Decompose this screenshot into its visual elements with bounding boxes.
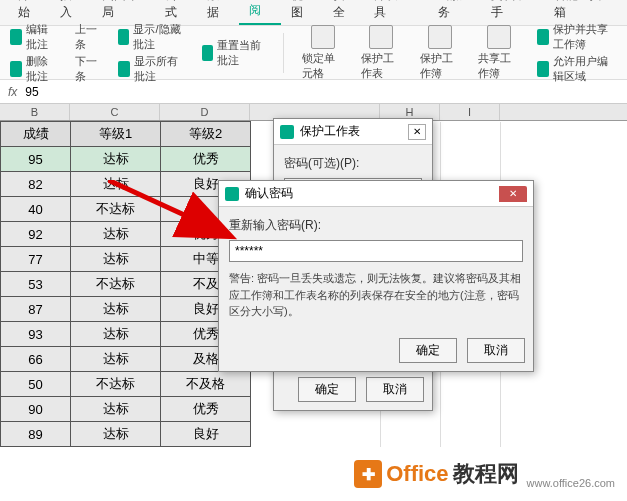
confirm-label: 重新输入密码(R): [229, 217, 523, 234]
cancel-button[interactable]: 取消 [467, 338, 525, 363]
cell[interactable]: 达标 [71, 347, 161, 372]
cancel-button[interactable]: 取消 [366, 377, 424, 402]
table-header-row: 成绩 等级1 等级2 [1, 122, 251, 147]
show-all-icon [118, 61, 130, 77]
table-row[interactable]: 95达标优秀 [1, 147, 251, 172]
delete-comment-icon [10, 61, 22, 77]
dialog-title-text: 确认密码 [245, 185, 293, 202]
warning-text: 警告: 密码一旦丢失或遗忘，则无法恢复。建议将密码及其相应工作簿和工作表名称的列… [229, 270, 523, 320]
comment-group: 编辑批注 删除批注 [10, 22, 57, 84]
close-icon[interactable]: ✕ [499, 186, 527, 202]
tab-view[interactable]: 视图 [281, 0, 323, 25]
formula-input[interactable] [25, 85, 619, 99]
cell[interactable]: 93 [1, 322, 71, 347]
protect-share-button[interactable]: 保护并共享工作簿 [553, 22, 617, 52]
cell[interactable]: 达标 [71, 222, 161, 247]
cell[interactable]: 40 [1, 197, 71, 222]
data-table[interactable]: 成绩 等级1 等级2 95达标优秀82达标良好40不达标92达标优秀77达标中等… [0, 121, 251, 447]
table-row[interactable]: 92达标优秀 [1, 222, 251, 247]
app-icon [225, 187, 239, 201]
col-header-d[interactable]: D [160, 104, 250, 120]
allow-edit-icon [537, 61, 549, 77]
cell[interactable]: 53 [1, 272, 71, 297]
allow-edit-button[interactable]: 允许用户编辑区域 [553, 54, 617, 84]
cell[interactable]: 82 [1, 172, 71, 197]
watermark: ✚ Office教程网 www.office26.com [354, 459, 615, 489]
cell[interactable]: 95 [1, 147, 71, 172]
table-row[interactable]: 89达标良好 [1, 422, 251, 447]
watermark-text2: 教程网 [453, 459, 519, 489]
delete-comment-button[interactable]: 删除批注 [26, 54, 58, 84]
cell[interactable]: 不达标 [71, 197, 161, 222]
col-header-c[interactable]: C [70, 104, 160, 120]
header-level2[interactable]: 等级2 [161, 122, 251, 147]
close-icon[interactable]: ✕ [408, 124, 426, 140]
table-row[interactable]: 77达标中等 [1, 247, 251, 272]
cell[interactable]: 达标 [71, 322, 161, 347]
reset-group: 重置当前批注 [202, 38, 266, 68]
tab-dev[interactable]: 开发工具 [364, 0, 428, 25]
cell[interactable]: 达标 [71, 147, 161, 172]
cell[interactable]: 90 [1, 397, 71, 422]
nav-group: 上一条 下一条 [75, 22, 99, 84]
shield-icon [369, 25, 393, 49]
edit-comment-button[interactable]: 编辑批注 [26, 22, 58, 52]
table-row[interactable]: 87达标良好 [1, 297, 251, 322]
table-row[interactable]: 40不达标 [1, 197, 251, 222]
tab-dochelper[interactable]: 文档助手 [481, 0, 545, 25]
cell[interactable]: 66 [1, 347, 71, 372]
cell[interactable]: 77 [1, 247, 71, 272]
header-score[interactable]: 成绩 [1, 122, 71, 147]
cell[interactable]: 优秀 [161, 147, 251, 172]
table-row[interactable]: 66达标及格 [1, 347, 251, 372]
share-book-button[interactable]: 共享工作簿 [478, 25, 519, 81]
cell[interactable]: 达标 [71, 297, 161, 322]
cell[interactable]: 达标 [71, 172, 161, 197]
cell[interactable]: 达标 [71, 422, 161, 447]
show-all-button[interactable]: 显示所有批注 [134, 54, 184, 84]
cell[interactable]: 89 [1, 422, 71, 447]
protect-book-button[interactable]: 保护工作簿 [420, 25, 461, 81]
tab-security[interactable]: 安全 [323, 0, 365, 25]
table-row[interactable]: 53不达标不及 [1, 272, 251, 297]
protect-extra-group: 保护并共享工作簿 允许用户编辑区域 [537, 22, 617, 84]
dialog-titlebar[interactable]: 保护工作表 ✕ [274, 119, 432, 145]
tab-cloud[interactable]: 云服务 [428, 0, 481, 25]
tab-review[interactable]: 审阅 [239, 0, 281, 25]
show-hide-button[interactable]: 显示/隐藏批注 [133, 22, 183, 52]
next-button[interactable]: 下一条 [75, 54, 99, 84]
cell[interactable]: 良好 [161, 422, 251, 447]
cell[interactable]: 不及格 [161, 372, 251, 397]
ok-button[interactable]: 确定 [399, 338, 457, 363]
table-row[interactable]: 82达标良好 [1, 172, 251, 197]
dialog-buttons: 确定 取消 [219, 330, 533, 371]
protect-share-icon [537, 29, 549, 45]
dialog-buttons: 确定 取消 [274, 369, 432, 410]
cell[interactable]: 优秀 [161, 397, 251, 422]
ok-button[interactable]: 确定 [298, 377, 356, 402]
header-level1[interactable]: 等级1 [71, 122, 161, 147]
tab-data[interactable]: 数据 [197, 0, 239, 25]
office-logo-icon: ✚ [354, 460, 382, 488]
confirm-password-input[interactable] [229, 240, 523, 262]
formula-bar: fx [0, 80, 627, 104]
cell[interactable]: 不达标 [71, 372, 161, 397]
table-row[interactable]: 50不达标不及格 [1, 372, 251, 397]
lock-cell-button[interactable]: 锁定单元格 [302, 25, 343, 81]
cell[interactable]: 92 [1, 222, 71, 247]
cell[interactable]: 87 [1, 297, 71, 322]
reset-icon [202, 45, 214, 61]
prev-button[interactable]: 上一条 [75, 22, 99, 52]
cell[interactable]: 不达标 [71, 272, 161, 297]
table-row[interactable]: 90达标优秀 [1, 397, 251, 422]
table-row[interactable]: 93达标优秀 [1, 322, 251, 347]
cell[interactable]: 达标 [71, 397, 161, 422]
col-header-i[interactable]: I [440, 104, 500, 120]
col-header-b[interactable]: B [0, 104, 70, 120]
reset-button[interactable]: 重置当前批注 [217, 38, 265, 68]
cell[interactable]: 达标 [71, 247, 161, 272]
cell[interactable]: 50 [1, 372, 71, 397]
confirm-password-dialog: 确认密码 ✕ 重新输入密码(R): 警告: 密码一旦丢失或遗忘，则无法恢复。建议… [218, 180, 534, 372]
dialog-titlebar[interactable]: 确认密码 ✕ [219, 181, 533, 207]
protect-sheet-button[interactable]: 保护工作表 [361, 25, 402, 81]
